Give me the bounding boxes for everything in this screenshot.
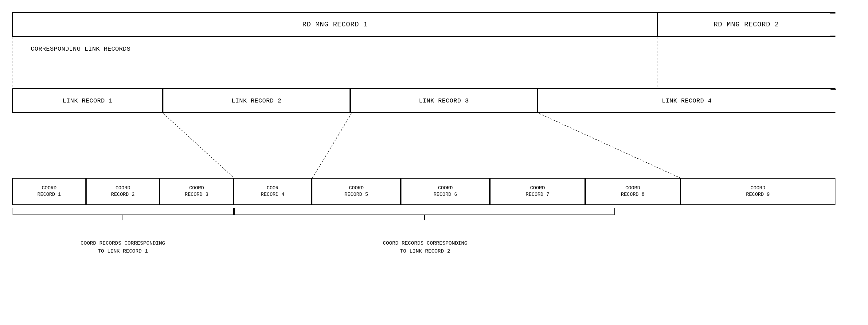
brace-label-1-line2: TO LINK RECORD 1 (98, 248, 148, 254)
link-record-2: LINK RECORD 2 (163, 89, 350, 112)
coord-record-1: COORDRECORD 1 (12, 178, 86, 204)
brace-label-2-line2: TO LINK RECORD 2 (400, 248, 450, 254)
link-record-4: LINK RECORD 4 (537, 89, 835, 112)
rd-mng-record-2: RD MNG RECORD 2 (657, 12, 835, 37)
coord-record-8: COORDRECORD 8 (585, 178, 680, 204)
coord-record-4: COORRECORD 4 (234, 178, 312, 204)
svg-line-4 (312, 113, 351, 178)
coord-record-2: COORDRECORD 2 (86, 178, 160, 204)
coord-record-5: COORDRECORD 5 (312, 178, 401, 204)
svg-line-3 (163, 113, 234, 178)
link-records-row: LINK RECORD 1 LINK RECORD 2 LINK RECORD … (12, 88, 835, 113)
brace-label-1: COORD RECORDS CORRESPONDING TO LINK RECO… (12, 239, 234, 255)
coord-records-section: COORDRECORD 1 COORDRECORD 2 COORDRECORD … (12, 178, 835, 205)
coord-record-7: COORDRECORD 7 (490, 178, 585, 204)
diagram-container: RD MNG RECORD 1 RD MNG RECORD 2 CORRESPO… (12, 12, 854, 313)
rd-mng-record-1: RD MNG RECORD 1 (12, 12, 657, 37)
link-record-3-label: LINK RECORD 3 (419, 97, 469, 104)
corresponding-link-records-label: CORRESPONDING LINK RECORDS (12, 37, 854, 56)
brace-label-2-line1: COORD RECORDS CORRESPONDING (383, 240, 467, 246)
link-record-1: LINK RECORD 1 (12, 89, 163, 112)
link-record-1-label: LINK RECORD 1 (63, 97, 113, 104)
corresponding-label-text: CORRESPONDING LINK RECORDS (31, 45, 130, 53)
link-record-2-label: LINK RECORD 2 (231, 97, 282, 104)
link-record-4-label: LINK RECORD 4 (662, 97, 712, 104)
coord-record-9: COORDRECORD 9 (680, 178, 835, 204)
rd-mng-record-2-label: RD MNG RECORD 2 (713, 21, 779, 29)
svg-line-5 (539, 113, 680, 178)
coord-record-6: COORDRECORD 6 (401, 178, 490, 204)
coord-record-3: COORDRECORD 3 (160, 178, 234, 204)
diagram-svg (12, 12, 835, 313)
rd-mng-row: RD MNG RECORD 1 RD MNG RECORD 2 (12, 12, 835, 37)
coord-records-row: COORDRECORD 1 COORDRECORD 2 COORDRECORD … (12, 178, 835, 205)
brace-label-1-line1: COORD RECORDS CORRESPONDING (81, 240, 165, 246)
link-record-3: LINK RECORD 3 (350, 89, 537, 112)
brace-labels: COORD RECORDS CORRESPONDING TO LINK RECO… (12, 239, 835, 255)
rd-mng-record-1-label: RD MNG RECORD 1 (302, 21, 368, 29)
brace-label-2: COORD RECORDS CORRESPONDING TO LINK RECO… (235, 239, 616, 255)
link-records-section: LINK RECORD 1 LINK RECORD 2 LINK RECORD … (12, 88, 835, 113)
